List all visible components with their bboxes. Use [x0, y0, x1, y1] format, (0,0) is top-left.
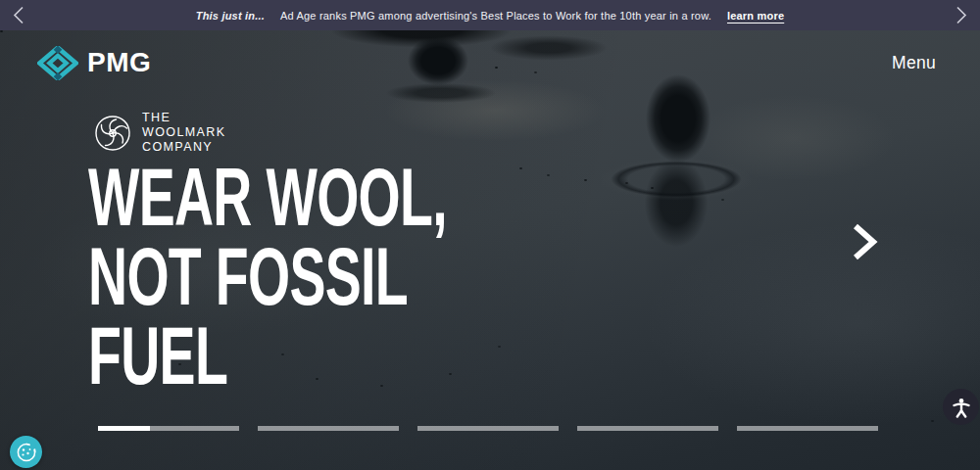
water-specks-decoration — [0, 30, 3, 32]
announcement-bar: This just in... Ad Age ranks PMG among a… — [0, 0, 980, 30]
carousel-progress-indicators — [98, 426, 878, 431]
woolmark-brand-lockup: THE WOOLMARK COMPANY — [93, 111, 226, 155]
headline-line: WEAR WOOL, — [88, 158, 447, 237]
announcement-content: This just in... Ad Age ranks PMG among a… — [196, 10, 784, 22]
woolmark-brand-name: THE WOOLMARK COMPANY — [142, 111, 226, 155]
carousel-indicator-1[interactable] — [98, 426, 239, 431]
announcement-next-button[interactable] — [945, 0, 978, 30]
carousel-indicator-5[interactable] — [737, 426, 878, 431]
announcement-prefix: This just in... — [196, 10, 265, 22]
carousel-indicator-2[interactable] — [258, 426, 399, 431]
brand-line: WOOLMARK — [142, 125, 226, 140]
accessibility-button[interactable] — [943, 389, 979, 425]
carousel-indicator-fill — [98, 426, 150, 431]
brand-line: THE — [142, 111, 226, 125]
chevron-right-icon — [956, 6, 967, 24]
announcement-prev-button[interactable] — [2, 0, 35, 30]
cookie-icon — [15, 441, 38, 464]
announcement-message: Ad Age ranks PMG among advertising's Bes… — [280, 10, 711, 22]
carousel-indicator-4[interactable] — [577, 426, 718, 431]
pmg-diamond-icon — [37, 46, 78, 80]
announcement-learn-more-link[interactable]: learn more — [727, 10, 784, 22]
hero-headline: WEAR WOOL, NOT FOSSIL FUEL — [88, 158, 632, 396]
cookie-settings-button[interactable] — [10, 436, 42, 468]
site-header: PMG Menu — [0, 38, 980, 87]
chevron-left-icon — [13, 6, 24, 24]
carousel-indicator-3[interactable] — [417, 426, 559, 431]
woolmark-swirl-icon — [93, 114, 132, 153]
pmg-logo[interactable]: PMG — [37, 46, 151, 80]
pmg-logo-text: PMG — [87, 47, 151, 78]
accessibility-person-icon — [951, 397, 972, 418]
chevron-right-icon — [852, 223, 878, 260]
menu-button[interactable]: Menu — [892, 53, 936, 73]
hero-carousel-slide: PMG Menu THE WOOLMARK COMPANY — [0, 30, 980, 470]
headline-line: FUEL — [88, 316, 447, 396]
headline-line: NOT FOSSIL — [88, 237, 447, 316]
carousel-next-button[interactable] — [849, 220, 880, 263]
pmg-homepage: This just in... Ad Age ranks PMG among a… — [0, 0, 980, 470]
